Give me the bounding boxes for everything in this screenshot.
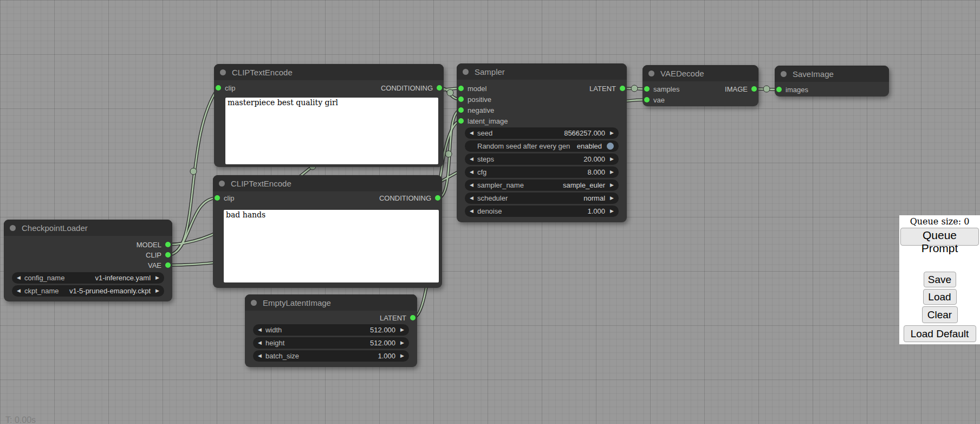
input-port-clip[interactable]: clip — [216, 84, 236, 92]
decrement-arrow-icon[interactable]: ◀ — [470, 196, 473, 201]
port-dot-icon[interactable] — [410, 315, 416, 320]
positive-prompt-textarea[interactable] — [225, 98, 438, 164]
port-dot-icon[interactable] — [644, 86, 650, 92]
node-save-image[interactable]: SaveImage images — [775, 66, 889, 97]
widget-batch-size[interactable]: ◀ batch_size 1.000 ▶ — [253, 350, 409, 362]
increment-arrow-icon[interactable]: ▶ — [610, 196, 614, 201]
decrement-arrow-icon[interactable]: ◀ — [258, 354, 262, 358]
input-port-images[interactable]: images — [776, 86, 808, 93]
node-header[interactable]: EmptyLatentImage — [245, 294, 417, 311]
output-port-conditioning[interactable]: CONDITIONING — [381, 84, 442, 92]
collapse-dot-icon[interactable] — [781, 71, 787, 77]
collapse-dot-icon[interactable] — [251, 300, 257, 306]
output-port-latent[interactable]: LATENT — [589, 85, 625, 92]
input-port-samples[interactable]: samples — [644, 85, 679, 93]
port-dot-icon[interactable] — [458, 118, 464, 124]
port-dot-icon[interactable] — [620, 86, 625, 91]
collapse-dot-icon[interactable] — [219, 181, 225, 187]
input-port-positive[interactable]: positive — [458, 95, 491, 103]
port-dot-icon[interactable] — [215, 195, 220, 201]
collapse-dot-icon[interactable] — [463, 69, 469, 75]
input-port-model[interactable]: model — [458, 85, 486, 92]
port-dot-icon[interactable] — [435, 195, 440, 201]
node-header[interactable]: CheckpointLoader — [4, 220, 172, 236]
output-port-vae[interactable]: VAE — [148, 261, 171, 269]
input-port-negative[interactable]: negative — [458, 106, 494, 114]
node-header[interactable]: VAEDecode — [642, 65, 758, 81]
decrement-arrow-icon[interactable]: ◀ — [258, 327, 262, 332]
port-dot-icon[interactable] — [458, 86, 464, 91]
output-port-latent[interactable]: LATENT — [380, 314, 416, 322]
port-dot-icon[interactable] — [165, 262, 171, 268]
widget-cfg[interactable]: ◀ cfg 8.000 ▶ — [465, 166, 619, 178]
input-port-clip[interactable]: clip — [215, 194, 235, 202]
increment-arrow-icon[interactable]: ▶ — [400, 327, 404, 332]
output-port-clip[interactable]: CLIP — [146, 251, 171, 259]
increment-arrow-icon[interactable]: ▶ — [610, 209, 614, 214]
clear-button[interactable]: Clear — [922, 306, 958, 323]
node-header[interactable]: SaveImage — [775, 66, 889, 82]
decrement-arrow-icon[interactable]: ◀ — [258, 341, 262, 345]
toggle-icon[interactable] — [607, 143, 614, 150]
port-dot-icon[interactable] — [165, 242, 171, 247]
increment-arrow-icon[interactable]: ▶ — [155, 275, 159, 280]
widget-denoise[interactable]: ◀ denoise 1.000 ▶ — [465, 205, 619, 217]
widget-seed[interactable]: ◀ seed 8566257.000 ▶ — [465, 127, 619, 139]
widget-config-name[interactable]: ◀ config_name v1-inference.yaml ▶ — [12, 272, 164, 284]
collapse-dot-icon[interactable] — [648, 70, 654, 76]
decrement-arrow-icon[interactable]: ◀ — [470, 183, 473, 188]
collapse-dot-icon[interactable] — [10, 225, 16, 231]
port-dot-icon[interactable] — [644, 97, 650, 102]
widget-random-seed-toggle[interactable]: Random seed after every gen enabled — [465, 140, 619, 152]
widget-height[interactable]: ◀ height 512.000 ▶ — [253, 337, 409, 349]
node-vae-decode[interactable]: VAEDecode samples vae IMAGE — [642, 65, 758, 106]
output-port-conditioning[interactable]: CONDITIONING — [379, 194, 440, 202]
widget-value: 20.000 — [583, 155, 605, 163]
node-clip-text-encode-positive[interactable]: CLIPTextEncode clip CONDITIONING — [214, 64, 444, 167]
port-dot-icon[interactable] — [437, 85, 442, 91]
node-header[interactable]: CLIPTextEncode — [214, 64, 444, 80]
increment-arrow-icon[interactable]: ▶ — [400, 354, 404, 358]
widget-steps[interactable]: ◀ steps 20.000 ▶ — [465, 153, 619, 165]
port-dot-icon[interactable] — [458, 97, 464, 102]
widget-width[interactable]: ◀ width 512.000 ▶ — [253, 324, 409, 336]
decrement-arrow-icon[interactable]: ◀ — [470, 131, 473, 136]
collapse-dot-icon[interactable] — [220, 69, 226, 75]
increment-arrow-icon[interactable]: ▶ — [400, 341, 404, 345]
node-checkpoint-loader[interactable]: CheckpointLoader MODEL CLIP VAE ◀ config… — [4, 220, 172, 301]
port-dot-icon[interactable] — [751, 86, 757, 92]
input-port-vae[interactable]: vae — [644, 96, 665, 104]
node-empty-latent-image[interactable]: EmptyLatentImage LATENT ◀ width 512.000 … — [245, 294, 417, 367]
input-port-latent-image[interactable]: latent_image — [458, 117, 508, 125]
widget-sampler-name[interactable]: ◀ sampler_name sample_euler ▶ — [465, 179, 619, 191]
node-graph-canvas[interactable]: T: 0.00s CheckpointLoader MODEL CLIP VAE… — [0, 0, 980, 424]
widget-ckpt-name[interactable]: ◀ ckpt_name v1-5-pruned-emaonly.ckpt ▶ — [12, 285, 164, 297]
port-dot-icon[interactable] — [216, 85, 221, 91]
load-default-button[interactable]: Load Default — [904, 325, 976, 342]
decrement-arrow-icon[interactable]: ◀ — [470, 157, 473, 162]
negative-prompt-textarea[interactable] — [224, 210, 439, 282]
port-label: samples — [653, 85, 679, 93]
increment-arrow-icon[interactable]: ▶ — [610, 157, 614, 162]
increment-arrow-icon[interactable]: ▶ — [610, 170, 614, 175]
decrement-arrow-icon[interactable]: ◀ — [17, 288, 21, 293]
port-dot-icon[interactable] — [458, 107, 464, 113]
node-header[interactable]: CLIPTextEncode — [213, 175, 442, 191]
node-clip-text-encode-negative[interactable]: CLIPTextEncode clip CONDITIONING — [213, 175, 442, 288]
queue-prompt-button[interactable]: Queue Prompt — [900, 228, 979, 246]
output-port-model[interactable]: MODEL — [137, 241, 171, 248]
port-dot-icon[interactable] — [165, 252, 171, 258]
widget-scheduler[interactable]: ◀ scheduler normal ▶ — [465, 192, 619, 204]
port-dot-icon[interactable] — [776, 87, 782, 92]
save-button[interactable]: Save — [924, 272, 956, 287]
output-port-image[interactable]: IMAGE — [725, 85, 757, 93]
increment-arrow-icon[interactable]: ▶ — [155, 288, 159, 293]
load-button[interactable]: Load — [923, 289, 957, 305]
decrement-arrow-icon[interactable]: ◀ — [470, 209, 473, 214]
decrement-arrow-icon[interactable]: ◀ — [17, 275, 21, 280]
node-sampler[interactable]: Sampler model positive negative latent_i… — [457, 63, 627, 222]
node-header[interactable]: Sampler — [457, 63, 627, 80]
decrement-arrow-icon[interactable]: ◀ — [470, 170, 473, 175]
increment-arrow-icon[interactable]: ▶ — [610, 131, 614, 136]
increment-arrow-icon[interactable]: ▶ — [610, 183, 614, 188]
